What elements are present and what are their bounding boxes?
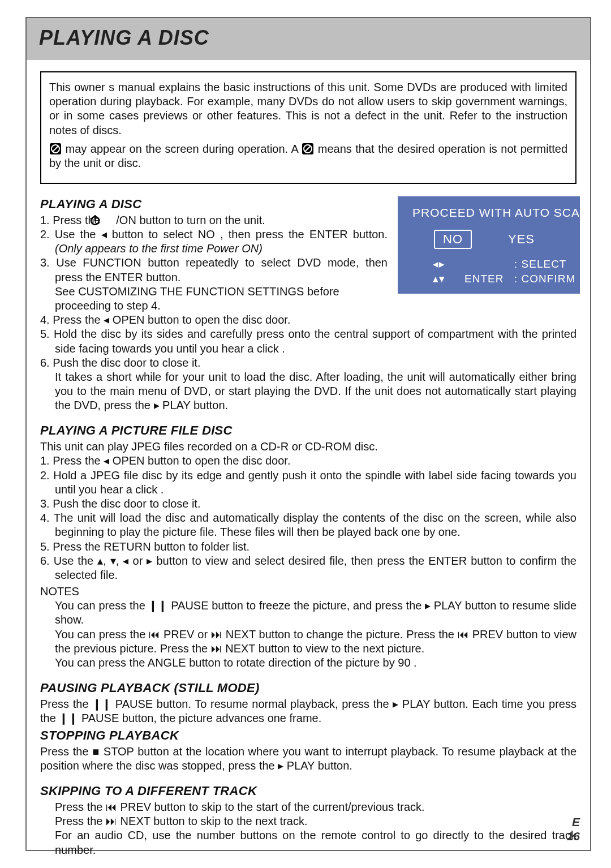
page-title: PLAYING A DISC bbox=[39, 26, 578, 50]
step-item: 6. Push the disc door to close it. bbox=[40, 356, 576, 370]
osd-options: NO YES bbox=[434, 230, 580, 250]
section-lead: This unit can play JPEG files recorded o… bbox=[40, 440, 576, 454]
section-body: Press the ■ STOP button at the location … bbox=[40, 745, 576, 773]
notes-label: NOTES bbox=[40, 585, 576, 599]
intro-paragraph-2: may appear on the screen during operatio… bbox=[49, 142, 567, 170]
bullet-list: Press the ⏮ PREV button to skip to the s… bbox=[40, 800, 576, 857]
step-text: 2. Use the ◂ button to select NO , then … bbox=[40, 228, 388, 240]
section-title: PLAYING A PICTURE FILE DISC bbox=[40, 423, 576, 439]
intro-text-2a: may appear on the screen during operatio… bbox=[66, 143, 302, 155]
osd-dialog: PROCEED WITH AUTO SCA NO YES ◂▸ : SELECT… bbox=[398, 196, 580, 294]
step-subnote: It takes a short while for your unit to … bbox=[40, 370, 576, 413]
osd-hint-enter: ENTER bbox=[464, 272, 514, 286]
page-content: This owner s manual explains the basic i… bbox=[27, 60, 590, 863]
step-item: 4. Press the ◂ OPEN button to open the d… bbox=[40, 313, 576, 327]
page-header: PLAYING A DISC bbox=[27, 18, 590, 60]
prohibited-icon bbox=[49, 143, 62, 155]
up-down-icon: ▴▾ bbox=[433, 272, 464, 286]
osd-option-yes: YES bbox=[508, 230, 535, 250]
step-item: 6. Use the ▴, ▾, ◂ or ▸ button to view a… bbox=[40, 554, 576, 582]
section-title: STOPPING PLAYBACK bbox=[40, 728, 576, 744]
note-item: You can press the ❙❙ PAUSE button to fre… bbox=[55, 599, 576, 627]
bullet-item: Press the ⏭ NEXT button to skip to the n… bbox=[55, 814, 576, 828]
left-right-icon: ◂▸ bbox=[433, 257, 464, 272]
step-item: 2. Hold a JPEG file disc by its edge and… bbox=[40, 469, 576, 497]
step-item: 1. Press the ◂ OPEN button to open the d… bbox=[40, 454, 576, 468]
manual-page: PLAYING A DISC This owner s manual expla… bbox=[25, 17, 591, 851]
footer-lang: E bbox=[567, 815, 580, 829]
bullet-item: For an audio CD, use the number buttons … bbox=[55, 828, 576, 857]
page-footer: E 16 bbox=[567, 815, 580, 843]
osd-hints: ◂▸ : SELECT ▴▾ ENTER : CONFIRM bbox=[433, 257, 580, 286]
steps-list: 5. Hold the disc by its sides and carefu… bbox=[40, 327, 576, 370]
intro-paragraph-1: This owner s manual explains the basic i… bbox=[49, 80, 567, 137]
section-body: Press the ❙❙ PAUSE button. To resume nor… bbox=[40, 697, 576, 725]
step-item: 5. Press the RETURN button to folder lis… bbox=[40, 540, 576, 554]
section-title: SKIPPING TO A DIFFERENT TRACK bbox=[40, 783, 576, 799]
note-item: You can press the ⏮ PREV or ⏭ NEXT butto… bbox=[55, 628, 576, 656]
prohibited-icon bbox=[302, 143, 314, 155]
step-item: 4. The unit will load the disc and autom… bbox=[40, 511, 576, 539]
bullet-item: Press the ⏮ PREV button to skip to the s… bbox=[55, 800, 576, 814]
steps-list: 4. Press the ◂ OPEN button to open the d… bbox=[40, 313, 576, 327]
power-icon bbox=[104, 214, 116, 226]
osd-hint-select: : SELECT bbox=[514, 257, 566, 272]
osd-hint-confirm: : CONFIRM bbox=[514, 272, 575, 286]
step-item: 5. Hold the disc by its sides and carefu… bbox=[40, 327, 576, 355]
section-title: PAUSING PLAYBACK (STILL MODE) bbox=[40, 680, 576, 696]
step-item: 3. Push the disc door to close it. bbox=[40, 497, 576, 511]
note-item: You can press the ANGLE button to rotate… bbox=[55, 656, 576, 670]
intro-box: This owner s manual explains the basic i… bbox=[40, 71, 576, 184]
step-text: /ON button to turn on the unit. bbox=[116, 214, 265, 226]
notes-list: You can press the ❙❙ PAUSE button to fre… bbox=[40, 599, 576, 670]
osd-option-no: NO bbox=[434, 230, 472, 250]
step-note: (Only appears to the first time Power ON… bbox=[55, 242, 263, 255]
steps-list: 1. Press the ◂ OPEN button to open the d… bbox=[40, 454, 576, 582]
osd-title: PROCEED WITH AUTO SCA bbox=[412, 205, 580, 220]
footer-page-number: 16 bbox=[567, 829, 580, 843]
